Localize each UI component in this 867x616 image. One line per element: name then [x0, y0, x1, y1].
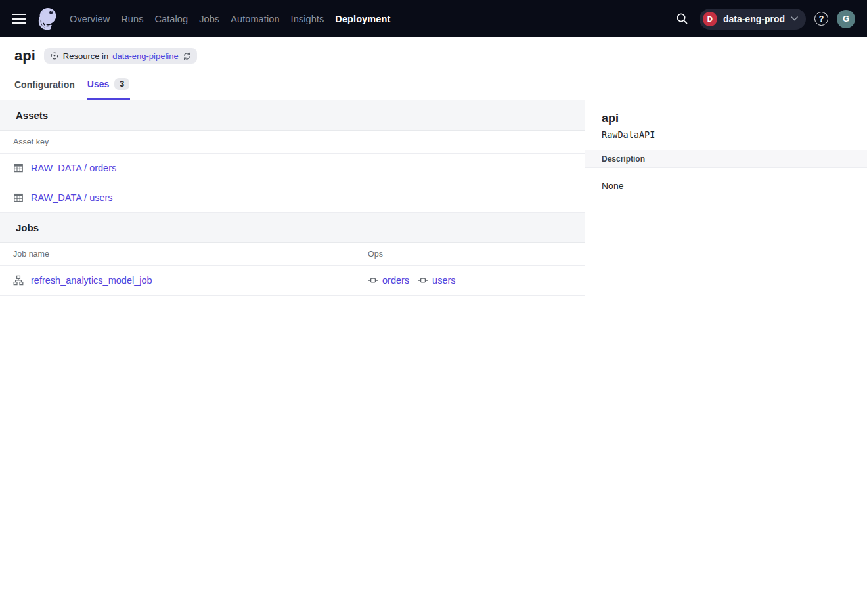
user-avatar[interactable]: G	[837, 10, 855, 28]
resource-badge-text: Resource in	[63, 51, 108, 61]
op-icon	[418, 275, 428, 286]
page-header: api Resource in data-eng-pipeline	[0, 37, 867, 64]
jobs-table: Job name Ops refresh_analytics_model_job	[0, 243, 585, 296]
search-icon[interactable]	[674, 11, 691, 28]
assets-section-header: Assets	[0, 100, 585, 131]
job-sitemap-icon	[13, 275, 24, 286]
resource-type-name: RawDataAPI	[602, 129, 851, 140]
resource-location-badge: Resource in data-eng-pipeline	[44, 48, 197, 64]
job-ops-cell: orders users	[359, 266, 585, 296]
asset-key-column-header: Asset key	[0, 131, 62, 153]
asset-table-icon	[13, 163, 24, 173]
deployment-initial-badge: D	[703, 12, 717, 26]
job-link[interactable]: refresh_analytics_model_job	[31, 275, 152, 286]
asset-link[interactable]: RAW_DATA / users	[31, 192, 113, 203]
asset-link[interactable]: RAW_DATA / orders	[31, 163, 116, 173]
tab-uses-count-badge: 3	[114, 78, 129, 90]
top-nav: Overview Runs Catalog Jobs Automation In…	[0, 0, 867, 37]
tab-configuration-label: Configuration	[14, 79, 75, 90]
code-location-link[interactable]: data-eng-pipeline	[112, 51, 178, 61]
resource-icon	[50, 51, 59, 60]
op-link[interactable]: orders	[382, 275, 409, 286]
uses-main-panel: Assets Asset key RAW_DATA / orders RAW_D…	[0, 100, 585, 612]
tab-bar: Configuration Uses 3	[0, 76, 867, 100]
tab-uses-label: Uses	[87, 79, 109, 89]
tab-configuration[interactable]: Configuration	[14, 77, 76, 100]
dagster-logo-icon[interactable]	[34, 5, 60, 33]
nav-item-jobs[interactable]: Jobs	[199, 14, 219, 24]
ops-column-header: Ops	[359, 243, 585, 266]
description-section-header: Description	[585, 150, 867, 168]
nav-item-insights[interactable]: Insights	[291, 14, 324, 24]
op-chip: users	[418, 275, 455, 286]
op-chip: orders	[368, 275, 409, 286]
tab-uses[interactable]: Uses 3	[87, 76, 130, 100]
nav-item-overview[interactable]: Overview	[70, 14, 110, 24]
asset-table-icon	[13, 192, 24, 203]
table-row: RAW_DATA / orders	[0, 154, 585, 183]
primary-nav: Overview Runs Catalog Jobs Automation In…	[70, 14, 390, 24]
deployment-name: data-eng-prod	[723, 14, 785, 24]
nav-item-automation[interactable]: Automation	[231, 14, 279, 24]
table-row: RAW_DATA / users	[0, 183, 585, 213]
assets-column-header-row: Asset key	[0, 131, 585, 154]
table-row: refresh_analytics_model_job	[0, 266, 359, 296]
jobs-section-header: Jobs	[0, 213, 585, 243]
page-title: api	[14, 47, 35, 64]
help-icon[interactable]: ?	[814, 12, 828, 26]
resource-detail-panel: api RawDataAPI Description None	[585, 100, 867, 612]
op-icon	[368, 275, 378, 286]
op-link[interactable]: users	[432, 275, 455, 286]
nav-item-deployment[interactable]: Deployment	[335, 14, 390, 24]
deployment-switcher[interactable]: D data-eng-prod	[700, 9, 806, 30]
reload-icon[interactable]	[183, 52, 191, 60]
job-name-column-header: Job name	[0, 243, 359, 266]
nav-item-runs[interactable]: Runs	[121, 14, 143, 24]
nav-item-catalog[interactable]: Catalog	[154, 14, 188, 24]
menu-icon[interactable]	[12, 11, 28, 27]
panel-title: api	[602, 112, 851, 125]
chevron-down-icon	[791, 16, 798, 21]
description-value: None	[585, 168, 867, 204]
